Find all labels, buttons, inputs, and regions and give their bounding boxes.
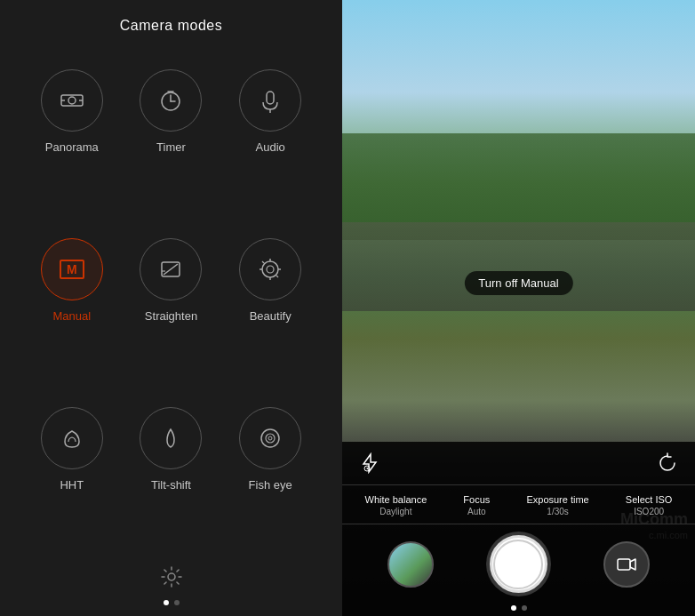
panel-title: Camera modes	[120, 18, 222, 34]
white-balance-control[interactable]: White balance Daylight	[365, 494, 427, 516]
focus-control[interactable]: Focus Auto	[463, 494, 490, 516]
exposure-time-control[interactable]: Exposure time 1/30s	[526, 494, 588, 516]
svg-line-26	[367, 468, 368, 469]
dot-2	[174, 600, 180, 605]
white-balance-label: White balance	[365, 494, 427, 505]
manual-badge[interactable]: Turn off Manual	[464, 271, 572, 295]
svg-line-19	[262, 261, 264, 263]
mode-straighten[interactable]: Straighten	[126, 229, 217, 380]
page-dots	[164, 600, 180, 616]
white-balance-value: Daylight	[379, 507, 411, 516]
svg-point-24	[168, 573, 175, 580]
modes-grid: Panorama Timer	[0, 60, 342, 549]
mode-circle-tilt-shift	[140, 407, 202, 469]
vf-dot-2	[522, 605, 527, 611]
shutter-inner	[493, 540, 543, 589]
svg-point-22	[266, 434, 275, 443]
manual-icon: M	[60, 260, 84, 279]
focus-label: Focus	[463, 494, 490, 505]
mode-circle-beautify	[239, 238, 301, 300]
svg-rect-27	[618, 559, 630, 570]
mode-label-timer: Timer	[156, 140, 186, 154]
manual-settings-bar: White balance Daylight Focus Auto Exposu…	[342, 485, 695, 524]
mode-hht[interactable]: HHT	[27, 398, 117, 549]
mode-fish-eye[interactable]: Fish eye	[225, 398, 316, 549]
mode-label-tilt-shift: Tilt-shift	[151, 478, 191, 492]
focus-value: Auto	[467, 507, 486, 516]
mode-circle-fish-eye	[239, 407, 301, 469]
svg-point-18	[267, 266, 274, 273]
svg-point-13	[262, 261, 278, 277]
camera-viewfinder: Turn off Manual MiComm c.mi.com	[342, 0, 695, 616]
shutter-row	[342, 524, 695, 602]
mode-circle-straighten	[140, 238, 202, 300]
svg-line-11	[164, 264, 178, 275]
mode-circle-hht	[41, 407, 103, 469]
mode-timer[interactable]: Timer	[126, 60, 217, 212]
viewfinder-dots	[342, 602, 695, 616]
mode-circle-audio	[239, 69, 301, 132]
flash-button[interactable]	[355, 449, 384, 477]
svg-line-20	[276, 276, 278, 277]
svg-point-1	[68, 97, 76, 104]
mode-audio[interactable]: Audio	[225, 60, 316, 212]
mode-label-straighten: Straighten	[145, 309, 197, 323]
mode-label-panorama: Panorama	[45, 140, 99, 154]
shutter-button[interactable]	[490, 535, 547, 593]
camera-modes-panel: Camera modes Panorama	[0, 0, 342, 616]
road-overlay	[342, 222, 695, 311]
dot-1	[164, 600, 169, 605]
gallery-thumbnail[interactable]	[387, 541, 434, 588]
mode-label-fish-eye: Fish eye	[249, 478, 292, 492]
mode-tilt-shift[interactable]: Tilt-shift	[126, 398, 217, 549]
svg-point-23	[268, 436, 272, 440]
camera-tools-row	[342, 442, 695, 485]
vf-dot-1	[511, 605, 516, 611]
mode-label-hht: HHT	[60, 478, 84, 492]
exposure-value: 1/30s	[547, 507, 568, 516]
camera-hud: White balance Daylight Focus Auto Exposu…	[342, 442, 695, 616]
settings-button[interactable]	[157, 563, 186, 591]
exposure-label: Exposure time	[526, 494, 588, 505]
video-button[interactable]	[603, 541, 650, 588]
mode-panorama[interactable]: Panorama	[27, 60, 117, 212]
mode-manual[interactable]: M Manual	[27, 229, 117, 380]
iso-label: Select ISO	[626, 494, 673, 505]
mode-circle-panorama	[41, 69, 103, 132]
iso-control[interactable]: Select ISO ISO200	[626, 494, 673, 516]
mode-label-audio: Audio	[256, 140, 285, 154]
mode-beautify[interactable]: Beautify	[225, 229, 316, 380]
rotate-camera-button[interactable]	[653, 449, 682, 477]
svg-rect-8	[267, 92, 274, 104]
iso-value: ISO200	[634, 507, 664, 516]
bottom-controls	[0, 549, 342, 600]
mode-circle-manual: M	[41, 238, 103, 300]
svg-point-21	[261, 429, 279, 447]
mode-circle-timer	[140, 69, 202, 132]
mode-label-beautify: Beautify	[250, 309, 292, 323]
mode-label-manual: Manual	[53, 309, 92, 323]
